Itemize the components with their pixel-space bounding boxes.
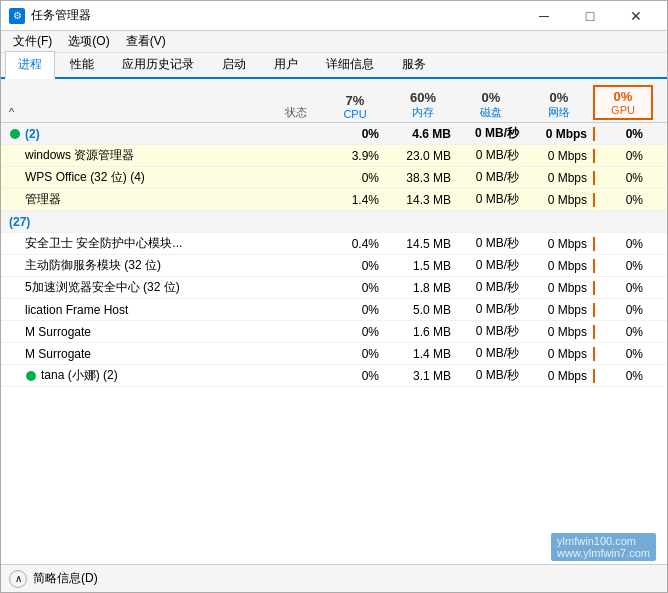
row-disk: 0 MB/秒	[457, 169, 525, 186]
table-row[interactable]: M Surrogate0%1.4 MB0 MB/秒0 Mbps0%	[1, 343, 667, 365]
row-process-name: lication Frame Host	[1, 301, 271, 319]
row-mem: 4.6 MB	[389, 127, 457, 141]
col-name-header[interactable]: ^	[1, 104, 271, 120]
row-cpu: 3.9%	[321, 149, 389, 163]
tab-performance[interactable]: 性能	[57, 51, 107, 77]
window-title: 任务管理器	[31, 7, 91, 24]
row-mem: 1.8 MB	[389, 281, 457, 295]
title-bar-left: ⚙ 任务管理器	[9, 7, 91, 24]
row-cpu: 0%	[321, 281, 389, 295]
row-mem: 1.5 MB	[389, 259, 457, 273]
table-row[interactable]: 管理器1.4%14.3 MB0 MB/秒0 Mbps0%	[1, 189, 667, 211]
svg-point-1	[26, 371, 36, 381]
content-area: ^ 状态 7% CPU 60% 内存 0% 磁盘 0% 网络	[1, 79, 667, 564]
row-process-name: tana (小娜) (2)	[1, 365, 271, 386]
row-net: 0 Mbps	[525, 303, 593, 317]
row-cpu: 0%	[321, 347, 389, 361]
col-mem-header[interactable]: 60% 内存	[389, 90, 457, 120]
tab-services[interactable]: 服务	[389, 51, 439, 77]
row-gpu: 0%	[593, 369, 653, 383]
col-cpu-header[interactable]: 7% CPU	[321, 93, 389, 120]
row-mem: 3.1 MB	[389, 369, 457, 383]
row-gpu: 0%	[593, 237, 653, 251]
row-disk: 0 MB/秒	[457, 301, 525, 318]
row-mem: 5.0 MB	[389, 303, 457, 317]
row-mem: 14.5 MB	[389, 237, 457, 251]
row-process-name: windows 资源管理器	[1, 145, 271, 166]
row-gpu: 0%	[593, 347, 653, 361]
row-net: 0 Mbps	[525, 325, 593, 339]
row-cpu: 0%	[321, 259, 389, 273]
title-bar: ⚙ 任务管理器 ─ □ ✕	[1, 1, 667, 31]
row-process-name: M Surrogate	[1, 323, 271, 341]
row-net: 0 Mbps	[525, 347, 593, 361]
table-row[interactable]: 安全卫士 安全防护中心模块...0.4%14.5 MB0 MB/秒0 Mbps0…	[1, 233, 667, 255]
table-body: (2)0%4.6 MB0 MB/秒0 Mbps0%windows 资源管理器3.…	[1, 123, 667, 564]
row-disk: 0 MB/秒	[457, 191, 525, 208]
group-header-row[interactable]: (27)	[1, 211, 667, 233]
row-net: 0 Mbps	[525, 193, 593, 207]
group-header-row[interactable]: (2)0%4.6 MB0 MB/秒0 Mbps0%	[1, 123, 667, 145]
row-process-name: M Surrogate	[1, 345, 271, 363]
table-row[interactable]: lication Frame Host0%5.0 MB0 MB/秒0 Mbps0…	[1, 299, 667, 321]
row-net: 0 Mbps	[525, 281, 593, 295]
table-row[interactable]: WPS Office (32 位) (4)0%38.3 MB0 MB/秒0 Mb…	[1, 167, 667, 189]
menu-view[interactable]: 查看(V)	[118, 31, 174, 52]
row-gpu: 0%	[593, 171, 653, 185]
row-disk: 0 MB/秒	[457, 345, 525, 362]
table-row[interactable]: M Surrogate0%1.6 MB0 MB/秒0 Mbps0%	[1, 321, 667, 343]
row-net: 0 Mbps	[525, 171, 593, 185]
status-label[interactable]: 简略信息(D)	[33, 570, 98, 587]
row-cpu: 0.4%	[321, 237, 389, 251]
row-process-name: 安全卫士 安全防护中心模块...	[1, 233, 271, 254]
menu-bar: 文件(F) 选项(O) 查看(V)	[1, 31, 667, 53]
row-disk: 0 MB/秒	[457, 125, 525, 142]
row-cpu: 0%	[321, 325, 389, 339]
row-cpu: 0%	[321, 127, 389, 141]
row-process-name: (2)	[1, 125, 271, 143]
row-net: 0 Mbps	[525, 237, 593, 251]
window-controls: ─ □ ✕	[521, 1, 659, 31]
table-row[interactable]: tana (小娜) (2)0%3.1 MB0 MB/秒0 Mbps0%	[1, 365, 667, 387]
green-dot-icon	[9, 128, 21, 140]
toggle-compact-button[interactable]: ∧	[9, 570, 27, 588]
row-cpu: 0%	[321, 369, 389, 383]
row-gpu: 0%	[593, 193, 653, 207]
menu-options[interactable]: 选项(O)	[60, 31, 117, 52]
row-mem: 1.4 MB	[389, 347, 457, 361]
tab-details[interactable]: 详细信息	[313, 51, 387, 77]
row-mem: 23.0 MB	[389, 149, 457, 163]
tab-processes[interactable]: 进程	[5, 51, 55, 79]
col-net-header[interactable]: 0% 网络	[525, 90, 593, 120]
table-row[interactable]: 主动防御服务模块 (32 位)0%1.5 MB0 MB/秒0 Mbps0%	[1, 255, 667, 277]
green-dot-icon	[25, 370, 37, 382]
row-net: 0 Mbps	[525, 127, 593, 141]
row-disk: 0 MB/秒	[457, 147, 525, 164]
table-row[interactable]: windows 资源管理器3.9%23.0 MB0 MB/秒0 Mbps0%	[1, 145, 667, 167]
row-process-name: 主动防御服务模块 (32 位)	[1, 255, 271, 276]
row-disk: 0 MB/秒	[457, 323, 525, 340]
row-cpu: 1.4%	[321, 193, 389, 207]
tab-bar: 进程 性能 应用历史记录 启动 用户 详细信息 服务	[1, 53, 667, 79]
maximize-button[interactable]: □	[567, 1, 613, 31]
tab-users[interactable]: 用户	[261, 51, 311, 77]
tab-startup[interactable]: 启动	[209, 51, 259, 77]
row-gpu: 0%	[593, 281, 653, 295]
minimize-button[interactable]: ─	[521, 1, 567, 31]
row-process-name: 5加速浏览器安全中心 (32 位)	[1, 277, 271, 298]
close-button[interactable]: ✕	[613, 1, 659, 31]
col-disk-header[interactable]: 0% 磁盘	[457, 90, 525, 120]
menu-file[interactable]: 文件(F)	[5, 31, 60, 52]
tab-app-history[interactable]: 应用历史记录	[109, 51, 207, 77]
row-cpu: 0%	[321, 303, 389, 317]
col-status-header[interactable]: 状态	[271, 105, 321, 120]
table-row[interactable]: 5加速浏览器安全中心 (32 位)0%1.8 MB0 MB/秒0 Mbps0%	[1, 277, 667, 299]
row-cpu: 0%	[321, 171, 389, 185]
sort-arrow: ^	[9, 106, 14, 118]
col-gpu-header[interactable]: 0% GPU	[593, 85, 653, 120]
app-icon: ⚙	[9, 8, 25, 24]
row-disk: 0 MB/秒	[457, 235, 525, 252]
row-process-name: (27)	[1, 213, 271, 231]
row-gpu: 0%	[593, 259, 653, 273]
row-gpu: 0%	[593, 325, 653, 339]
